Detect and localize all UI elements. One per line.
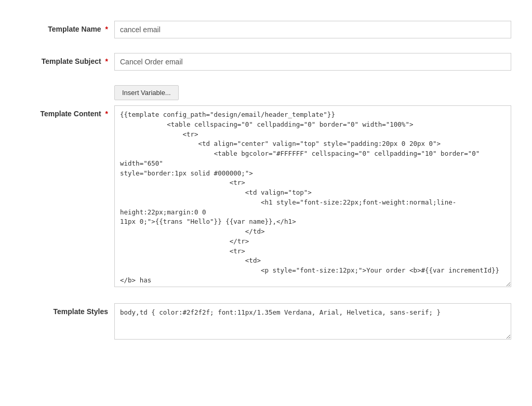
template-name-row: Template Name *	[21, 21, 511, 38]
template-name-label: Template Name *	[21, 21, 114, 33]
template-content-textarea[interactable]: {{template config_path="design/email/hea…	[114, 105, 511, 287]
insert-variable-button[interactable]: Insert Variable...	[114, 85, 179, 100]
template-styles-field: body,td { color:#2f2f2f; font:11px/1.35e…	[114, 303, 511, 341]
template-subject-input[interactable]	[114, 53, 511, 71]
insert-variable-row: Insert Variable...	[21, 85, 511, 100]
template-subject-required-star: *	[105, 57, 108, 65]
template-content-required-star: *	[105, 110, 108, 118]
template-styles-label-text: Template Styles	[53, 307, 108, 316]
form-container: Template Name * Template Subject * Inser…	[0, 10, 532, 366]
template-content-row: Template Content * {{template config_pat…	[21, 105, 511, 289]
insert-variable-wrapper: Insert Variable...	[114, 85, 179, 100]
template-name-input[interactable]	[114, 21, 511, 38]
template-subject-field	[114, 53, 511, 71]
template-content-label: Template Content *	[21, 105, 114, 118]
template-subject-row: Template Subject *	[21, 53, 511, 71]
template-styles-label: Template Styles	[21, 303, 114, 316]
template-subject-label-text: Template Subject	[42, 57, 101, 65]
template-subject-label: Template Subject *	[21, 53, 114, 65]
template-styles-row: Template Styles body,td { color:#2f2f2f;…	[21, 303, 511, 341]
template-name-field	[114, 21, 511, 38]
template-name-required-star: *	[105, 25, 108, 33]
template-name-label-text: Template Name	[48, 25, 101, 33]
template-content-label-text: Template Content	[40, 110, 101, 118]
template-styles-textarea[interactable]: body,td { color:#2f2f2f; font:11px/1.35e…	[114, 303, 511, 340]
template-content-field: {{template config_path="design/email/hea…	[114, 105, 511, 289]
